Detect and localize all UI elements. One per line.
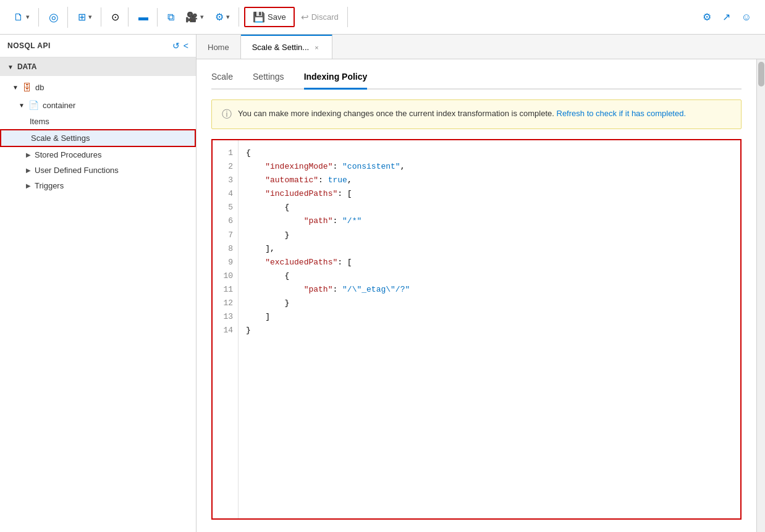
scrollbar-thumb[interactable] (758, 62, 764, 87)
sidebar-item-container[interactable]: ▼ 📄 container (0, 96, 196, 114)
settings-button[interactable]: ⚙ (698, 7, 716, 27)
export-icon: ↗ (722, 11, 730, 23)
line-num-3: 3 (218, 174, 233, 187)
toolbar-tab-group: ⧉ 🎥 ▾ ⚙ ▾ (159, 7, 239, 27)
sidebar-header: NOSQL API ↺ < (0, 35, 196, 57)
tab-home[interactable]: Home (197, 35, 241, 59)
toolbar: 🗋 ▾ ◎ ⊞ ▾ ⊙ ▬ ⧉ 🎥 ▾ ⚙ ▾ (0, 0, 765, 35)
db-icon: 🗄 (22, 82, 32, 93)
terminal-button[interactable]: ▬ (133, 8, 153, 27)
line-num-9: 9 (218, 256, 233, 269)
sidebar-header-icons: ↺ < (172, 41, 188, 51)
github-button[interactable]: ⊙ (106, 7, 124, 27)
sidebar-item-stored-procedures[interactable]: ▶ Stored Procedures (0, 147, 196, 163)
tab-scale-settings[interactable]: Scale & Settin... × (241, 35, 332, 59)
line-num-7: 7 (218, 229, 233, 242)
camera-button[interactable]: 🎥 ▾ (180, 7, 209, 27)
new-doc-icon: 🗋 (14, 12, 23, 23)
sidebar-item-udf[interactable]: ▶ User Defined Functions (0, 163, 196, 178)
line-num-10: 10 (218, 269, 233, 283)
sidebar-item-scale-settings[interactable]: Scale & Settings (0, 129, 196, 147)
new-document-button[interactable]: 🗋 ▾ (9, 8, 35, 27)
scrollbar[interactable] (756, 59, 765, 532)
toolbar-right-group: ⚙ ↗ ☺ (694, 7, 760, 27)
data-label: DATA (17, 62, 37, 71)
tab-icon: ⧉ (167, 12, 174, 23)
sidebar: NOSQL API ↺ < ▼ DATA ▼ 🗄 db ▼ 📄 containe… (0, 35, 197, 532)
save-label: Save (268, 12, 286, 22)
cosmos-button[interactable]: ◎ (44, 7, 64, 28)
line-num-12: 12 (218, 297, 233, 310)
tabs-bar: Home Scale & Settin... × (197, 35, 765, 59)
content-main: Scale Settings Indexing Policy ⓘ You can… (197, 59, 756, 532)
settings-gear-button[interactable]: ⚙ ▾ (210, 7, 235, 27)
sidebar-item-items[interactable]: Items (0, 114, 196, 129)
line-num-2: 2 (218, 160, 233, 174)
new-doc-chevron: ▾ (26, 13, 30, 21)
toolbar-open-group: ⊞ ▾ (69, 7, 101, 27)
notice-refresh-link[interactable]: Refresh to check if it has completed. (557, 109, 687, 118)
floppy-icon: 💾 (253, 11, 265, 23)
container-icon: 📄 (28, 100, 39, 110)
sp-label: Stored Procedures (35, 150, 101, 159)
feedback-button[interactable]: ☺ (737, 8, 756, 27)
sidebar-tree: ▼ 🗄 db ▼ 📄 container Items Scale & Setti… (0, 76, 196, 196)
line-num-13: 13 (218, 310, 233, 324)
toolbar-new-group: 🗋 ▾ (5, 8, 39, 27)
notice-banner: ⓘ You can make more indexing changes onc… (211, 99, 742, 129)
notice-text: You can make more indexing changes once … (238, 108, 686, 120)
udf-label: User Defined Functions (35, 166, 119, 175)
line-num-11: 11 (218, 283, 233, 297)
line-num-4: 4 (218, 187, 233, 201)
sub-tab-scale-label: Scale (211, 72, 233, 82)
scale-settings-label: Scale & Settings (31, 133, 90, 143)
github-icon: ⊙ (111, 11, 119, 23)
export-button[interactable]: ↗ (717, 7, 735, 27)
sub-tab-indexing-label: Indexing Policy (304, 72, 368, 82)
tab-new-button[interactable]: ⧉ (163, 8, 179, 27)
sub-tab-scale[interactable]: Scale (211, 72, 233, 90)
camera-icon: 🎥 (185, 11, 198, 23)
sub-tab-indexing[interactable]: Indexing Policy (304, 72, 368, 90)
line-num-14: 14 (218, 324, 233, 337)
triggers-label: Triggers (35, 181, 64, 190)
line-num-5: 5 (218, 201, 233, 214)
open-icon: ⊞ (78, 11, 86, 23)
db-expand-icon: ▼ (12, 84, 19, 91)
container-label: container (43, 101, 75, 110)
line-numbers: 1 2 3 4 5 6 7 8 9 10 11 12 13 14 (213, 140, 239, 518)
triggers-expand-icon: ▶ (26, 182, 31, 189)
container-expand-icon: ▼ (19, 102, 25, 109)
undo-icon: ↩ (301, 12, 309, 23)
code-editor[interactable]: 1 2 3 4 5 6 7 8 9 10 11 12 13 14 (211, 139, 742, 520)
sub-tab-settings[interactable]: Settings (253, 72, 284, 90)
code-content[interactable]: { "indexingMode": "consistent", "automat… (239, 140, 740, 518)
sidebar-item-triggers[interactable]: ▶ Triggers (0, 178, 196, 193)
line-num-1: 1 (218, 146, 233, 160)
save-button[interactable]: 💾 Save (244, 7, 295, 27)
cosmos-icon: ◎ (49, 11, 59, 24)
discard-label: Discard (311, 12, 339, 22)
tab-close-button[interactable]: × (313, 43, 320, 52)
sp-expand-icon: ▶ (26, 151, 31, 158)
main-layout: NOSQL API ↺ < ▼ DATA ▼ 🗄 db ▼ 📄 containe… (0, 35, 765, 532)
discard-button[interactable]: ↩ Discard (296, 8, 344, 27)
smile-icon: ☺ (742, 12, 751, 23)
udf-expand-icon: ▶ (26, 167, 31, 174)
open-button[interactable]: ⊞ ▾ (73, 7, 97, 27)
settings-icon: ⚙ (703, 11, 711, 23)
terminal-icon: ▬ (138, 12, 148, 23)
sub-tabs-bar: Scale Settings Indexing Policy (211, 72, 742, 90)
gear-icon: ⚙ (215, 11, 224, 23)
db-label: db (35, 83, 44, 92)
data-section-header: ▼ DATA (0, 57, 196, 76)
sub-tab-settings-label: Settings (253, 72, 284, 82)
content-with-scrollbar: Scale Settings Indexing Policy ⓘ You can… (197, 59, 765, 532)
sidebar-collapse-button[interactable]: < (184, 41, 188, 51)
line-num-8: 8 (218, 242, 233, 256)
sidebar-refresh-button[interactable]: ↺ (172, 41, 180, 51)
data-expand-icon: ▼ (7, 64, 14, 70)
line-num-6: 6 (218, 214, 233, 228)
sidebar-item-db[interactable]: ▼ 🗄 db (0, 78, 196, 96)
notice-icon: ⓘ (222, 108, 232, 121)
